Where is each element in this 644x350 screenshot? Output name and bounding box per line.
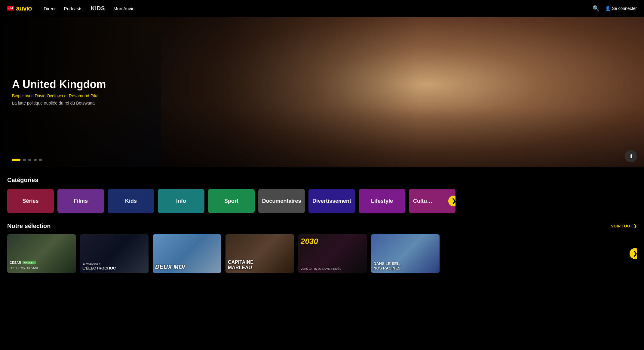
navigation: rtbf auvio Direct Podcasts KIDS Mon Auvi… [0, 0, 644, 17]
category-kids[interactable]: Kids [108, 189, 154, 213]
categories-title: Catégories [7, 177, 637, 184]
thumb-cesar-title: CÉSAR [10, 261, 21, 264]
nav-kids[interactable]: KIDS [91, 5, 105, 12]
hero-banner: A United Kingdom Biopic avec David Oyelo… [0, 17, 644, 167]
selection-header: Notre sélection VOIR TOUT ❯ [7, 223, 637, 230]
category-divertissement[interactable]: Divertissement [308, 189, 355, 213]
thumb-cesar-overlay: CÉSAR WAGNER LES LIENS DU SANG [7, 234, 76, 273]
thumb-sel-overlay: DANS LE SEL, NOS RACINES [371, 234, 440, 273]
category-sport[interactable]: Sport [208, 189, 255, 213]
thumb-cesar-sub: LES LIENS DU SANG [10, 266, 39, 270]
thumb-2030[interactable]: 2030 VERS LA FIN DE LA VIE PRIVÉE [298, 234, 367, 273]
thumb-dans-le-sel[interactable]: DANS LE SEL, NOS RACINES [371, 234, 440, 273]
hero-dot-1[interactable] [12, 159, 20, 161]
nav-mon-auvio[interactable]: Mon Auvio [113, 6, 134, 11]
thumb-deux-moi[interactable]: DEUX MOI [153, 234, 221, 273]
thumb-deux-overlay: DEUX MOI [153, 234, 221, 273]
auvio-logo: auvio [16, 5, 32, 12]
category-series[interactable]: Séries [7, 189, 54, 213]
category-documentaires[interactable]: Documentaires [258, 189, 305, 213]
nav-right: 🔍 👤 Se connecter [593, 5, 637, 12]
category-films[interactable]: Films [57, 189, 104, 213]
category-lifestyle[interactable]: Lifestyle [359, 189, 405, 213]
logo[interactable]: rtbf auvio [7, 5, 32, 12]
thumb-auto-sub: L'ÉLECTROCHOC [82, 266, 116, 270]
thumb-2030-sub: VERS LA FIN DE LA VIE PRIVÉE [301, 267, 341, 270]
search-icon[interactable]: 🔍 [593, 5, 599, 12]
categories-section: Catégories Séries Films Kids Info Sport … [0, 167, 644, 213]
voir-tout-arrow-icon: ❯ [633, 224, 637, 228]
nav-direct[interactable]: Direct [44, 6, 55, 11]
nav-links: Direct Podcasts KIDS Mon Auvio [44, 5, 134, 12]
selection-title: Notre sélection [7, 223, 51, 230]
pause-button[interactable]: ⏸ [625, 150, 637, 162]
hero-content: A United Kingdom Biopic avec David Oyelo… [12, 78, 106, 105]
thumb-auto-top: AUTOMOBILE [82, 263, 116, 266]
hero-dot-3[interactable] [28, 159, 31, 161]
hero-dot-5[interactable] [39, 159, 42, 161]
hero-description: La lutte politique oubliée du roi du Bot… [12, 101, 106, 105]
user-icon: 👤 [605, 6, 610, 11]
thumb-sel-title: DANS LE SEL, [373, 261, 400, 266]
nav-podcasts[interactable]: Podcasts [64, 6, 83, 11]
thumb-sel-sub: NOS RACINES [373, 266, 400, 270]
hero-title: A United Kingdom [12, 78, 106, 90]
hero-dot-2[interactable] [23, 159, 26, 161]
voir-tout-link[interactable]: VOIR TOUT ❯ [611, 224, 637, 228]
selection-section: Notre sélection VOIR TOUT ❯ CÉSAR WAGNER… [0, 213, 644, 282]
connect-button[interactable]: 👤 Se connecter [605, 6, 637, 11]
connect-label: Se connecter [612, 6, 637, 11]
thumb-capitaine-sub: MARLEAU [228, 265, 253, 270]
thumb-automobile[interactable]: AUTOMOBILE L'ÉLECTROCHOC [80, 234, 149, 273]
thumb-auto-overlay: AUTOMOBILE L'ÉLECTROCHOC [80, 234, 149, 273]
category-culture[interactable]: Cultu… ❯ [409, 189, 455, 213]
thumbnails-next-button[interactable]: ❯ [630, 248, 637, 259]
thumb-cesar-badge: WAGNER [23, 261, 36, 264]
thumb-deux-title: DEUX MOI [155, 263, 185, 270]
hero-subtitle: Biopic avec David Oyelowo et Rosamund Pi… [12, 93, 106, 98]
hero-dots [12, 159, 42, 161]
thumb-capitaine-overlay: CAPITAINE MARLEAU [225, 234, 294, 273]
hero-dot-4[interactable] [34, 159, 37, 161]
category-info[interactable]: Info [158, 189, 204, 213]
thumbnails-row: CÉSAR WAGNER LES LIENS DU SANG AUTOMOBIL… [7, 234, 637, 273]
thumb-2030-overlay: VERS LA FIN DE LA VIE PRIVÉE [298, 234, 367, 273]
thumb-capitaine-title: CAPITAINE [228, 260, 253, 265]
rtbf-logo: rtbf [7, 6, 14, 11]
categories-next-button[interactable]: ❯ [448, 196, 455, 206]
categories-grid: Séries Films Kids Info Sport Documentair… [7, 189, 637, 213]
thumb-capitaine-marleau[interactable]: CAPITAINE MARLEAU [225, 234, 294, 273]
thumb-cesar-wagner[interactable]: CÉSAR WAGNER LES LIENS DU SANG [7, 234, 76, 273]
